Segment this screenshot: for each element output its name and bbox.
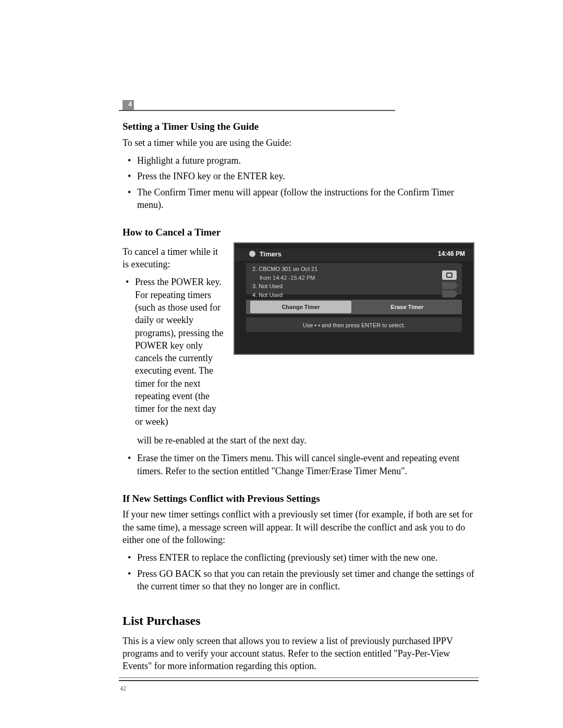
list-item: Press ENTER to replace the conflicting (… [123,551,474,564]
clock-icon [249,251,255,257]
arrow-icon [442,282,458,289]
list-item: Highlight a future program. [123,154,474,167]
cancel-timer-row: To cancel a timer while it is executing:… [123,242,474,433]
bullets-cancel-timer-2: Erase the timer on the Timers menu. This… [123,452,474,477]
timers-title-label: Timers [260,250,282,258]
list-item: Press the POWER key. For repeating timer… [123,276,224,428]
page-content: Setting a Timer Using the Guide To set a… [123,120,474,673]
page-number: 42 [120,685,126,693]
bullets-conflict: Press ENTER to replace the conflicting (… [123,551,474,593]
erase-timer-button[interactable]: Erase Timer [357,301,458,313]
timers-buttons: Change Timer Erase Timer [250,301,458,313]
bullets-cancel-timer: Press the POWER key. For repeating timer… [123,276,224,428]
timer-row-4: 4. Not Used [252,291,437,299]
timers-clock: 14:46 PM [438,250,465,258]
timers-hint: Use • • and then press ENTER to select. [235,322,473,329]
arrow-icon [442,290,458,298]
manual-page: 4 Setting a Timer Using the Guide To set… [0,0,563,728]
timer-row-2a: 2. CBCMO 301 on Oct 21 [252,265,437,273]
body-list-purchases: This is a view only screen that allows y… [123,635,474,673]
timers-title: Timers [249,250,282,259]
list-item: Erase the timer on the Timers menu. This… [123,452,474,477]
timers-menu-screenshot: Timers 14:46 PM 2. CBCMO 301 on Oct 21 f… [234,242,474,355]
list-item: Press the INFO key or the ENTER key. [123,170,474,182]
timers-list: 2. CBCMO 301 on Oct 21 from 14:42 -15:42… [252,265,437,300]
intro-conflict: If your new timer settings conflict with… [123,508,474,546]
heading-conflict: If New Settings Conflict with Previous S… [123,492,474,505]
list-item: Press GO BACK so that you can retain the… [123,567,474,593]
tv-icon [442,270,457,280]
cancel-timer-text: To cancel a timer while it is executing:… [123,242,224,433]
bullet1-continuation: will be re-enabled at the start of the n… [123,434,474,447]
heading-cancel-timer: How to Cancel a Timer [123,226,474,239]
intro-setting-timer: To set a timer while you are using the G… [123,137,474,149]
change-timer-button[interactable]: Change Timer [250,301,351,313]
intro-cancel-timer: To cancel a timer while it is executing: [123,245,224,271]
chapter-tab: 4 [123,100,134,110]
bullets-setting-timer: Highlight a future program. Press the IN… [123,154,474,211]
heading-list-purchases: List Purchases [123,612,474,629]
heading-setting-timer: Setting a Timer Using the Guide [123,120,474,133]
timer-row-3: 3. Not Used [252,282,437,290]
footer-rule [119,677,479,681]
timer-row-2b: from 14:42 -15:42 PM [252,274,437,282]
list-item: The Confirm Timer menu will appear (foll… [123,186,474,212]
header-rule [119,110,395,111]
